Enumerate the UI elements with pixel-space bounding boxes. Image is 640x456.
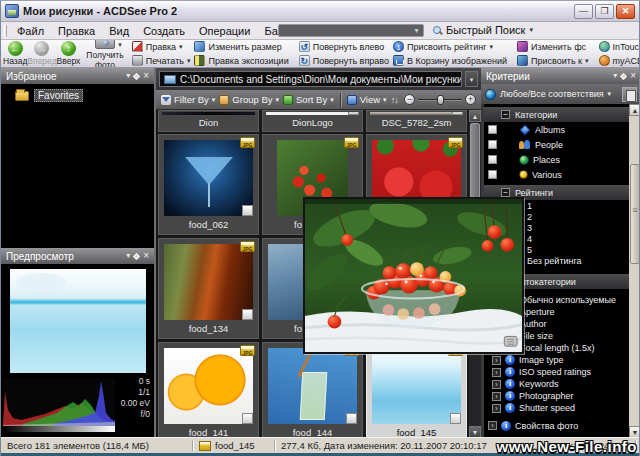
thumbnail-checkbox[interactable] — [346, 413, 357, 424]
title-bar[interactable]: Мои рисунки - ACDSee Pro 2 — ❐ ✕ — [1, 1, 639, 22]
thumbnail-dion[interactable]: Dion — [158, 110, 259, 132]
thumbnail-dionlogo[interactable]: DionLogo — [262, 110, 363, 132]
menu-operations[interactable]: Операции — [192, 23, 257, 39]
close-button[interactable]: ✕ — [616, 4, 635, 19]
search-input[interactable]: ▾ — [278, 24, 424, 37]
pin-icon[interactable] — [133, 252, 140, 259]
up-button[interactable]: ↑ Вверх — [57, 41, 81, 66]
thumbnail-checkbox[interactable] — [242, 413, 253, 424]
expand-icon[interactable]: › — [492, 356, 501, 365]
thumbnail-image[interactable] — [162, 112, 255, 115]
thumbnail-image[interactable] — [268, 348, 357, 424]
menu-view[interactable]: Вид — [102, 23, 136, 39]
quick-search-button[interactable]: Быстрый Поиск ▾ — [433, 24, 533, 36]
pin-icon[interactable] — [620, 72, 627, 79]
expand-icon[interactable]: › — [488, 421, 497, 430]
filter-by-button[interactable]: Filter By▾ — [161, 94, 215, 105]
expand-icon[interactable]: › — [492, 392, 501, 401]
menu-edit[interactable]: Правка — [51, 23, 102, 39]
image-popup-window[interactable] — [303, 197, 524, 354]
checkbox[interactable] — [488, 170, 497, 179]
zoom-slider-thumb[interactable] — [437, 95, 444, 105]
thumbnail-image[interactable] — [164, 140, 253, 216]
rotate-left-button[interactable]: ↺Повернуть влево — [299, 41, 389, 52]
chevron-down-icon[interactable]: ▾ — [126, 251, 130, 261]
thumbnail-image[interactable] — [370, 112, 463, 115]
scroll-thumb[interactable] — [630, 164, 640, 264]
thumbnail-checkbox[interactable] — [242, 309, 253, 320]
chevron-down-icon[interactable]: ▾ — [613, 71, 617, 81]
close-icon[interactable]: × — [630, 71, 636, 81]
rotate-right-button[interactable]: ↻Повернуть вправо — [299, 55, 389, 66]
collapse-icon[interactable]: − — [501, 188, 510, 197]
categories-section[interactable]: − Категории — [484, 107, 629, 122]
thumbnail-image[interactable] — [164, 348, 253, 424]
thumbnail-checkbox[interactable] — [452, 112, 463, 115]
category-albums[interactable]: Albums — [484, 122, 629, 137]
thumbnail-image[interactable] — [372, 348, 461, 424]
menu-create[interactable]: Создать — [136, 23, 192, 39]
print-button[interactable]: Печатать▾ — [132, 55, 191, 66]
back-button[interactable]: ← Назад — [3, 41, 27, 66]
path-input[interactable]: C:\Documents and Settings\Dion\Мои докум… — [159, 71, 462, 87]
maximize-button[interactable]: ❐ — [595, 4, 614, 19]
scroll-up-icon[interactable]: ▲ — [629, 104, 640, 116]
expand-icon[interactable]: › — [492, 368, 501, 377]
new-criteria-button[interactable] — [622, 87, 637, 102]
refresh-icon[interactable]: ↑↓ — [391, 95, 398, 105]
category-various[interactable]: Various — [484, 167, 629, 182]
assign-category-button[interactable]: Присвоить к▾ — [517, 55, 588, 66]
autocat-shutter-speed[interactable]: ›iShutter speed — [484, 402, 629, 414]
autocat-iso[interactable]: ›iISO speed ratings — [484, 366, 629, 378]
checkbox[interactable] — [488, 140, 497, 149]
expand-icon[interactable]: › — [492, 380, 501, 389]
match-mode-selector[interactable]: Любое/Все соответствия — [500, 89, 604, 99]
checkbox[interactable] — [488, 155, 497, 164]
chevron-down-icon[interactable]: ▾ — [118, 41, 122, 49]
sort-by-button[interactable]: Sort By▾ — [283, 94, 334, 105]
pin-icon[interactable] — [133, 72, 140, 79]
thumbnail-checkbox[interactable] — [242, 205, 253, 216]
image-basket-button[interactable]: В Корзину изображений — [393, 55, 507, 66]
preview-image[interactable] — [10, 269, 146, 373]
scroll-up-icon[interactable]: ▲ — [469, 110, 481, 122]
menu-file[interactable]: Файл — [10, 23, 51, 39]
minimize-button[interactable]: — — [574, 4, 593, 19]
chevron-down-icon[interactable]: ▾ — [126, 71, 130, 81]
myacd-button[interactable]: myACD — [599, 55, 639, 66]
autocat-keywords[interactable]: ›iKeywords — [484, 378, 629, 390]
autocat-photographer[interactable]: ›iPhotographer — [484, 390, 629, 402]
path-dropdown-button[interactable]: ▾ — [465, 71, 478, 87]
checkbox[interactable] — [488, 125, 497, 134]
thumbnail-food-144[interactable]: JPG food_144 — [262, 342, 363, 438]
resize-button[interactable]: Изменить размер — [194, 41, 288, 52]
expand-icon[interactable]: › — [492, 404, 501, 413]
search-dropdown-icon[interactable]: ▾ — [411, 25, 422, 36]
thumbnail-food-134[interactable]: JPG food_134 — [158, 238, 259, 339]
thumbnail-checkbox[interactable] — [348, 112, 359, 115]
zoom-in-button[interactable]: + — [465, 94, 476, 105]
thumbnail-image[interactable] — [266, 112, 359, 115]
category-people[interactable]: People — [484, 137, 629, 152]
thumbnail-checkbox[interactable] — [450, 413, 461, 424]
thumbnail-dsc-5782-2sm[interactable]: DSC_5782_2sm — [366, 110, 467, 132]
criteria-scrollbar[interactable]: ▲ ▼ — [629, 104, 640, 438]
autocat-image-type[interactable]: ›iImage type — [484, 354, 629, 366]
zoom-out-button[interactable]: − — [404, 94, 415, 105]
forward-button[interactable]: → Вперед — [27, 41, 56, 66]
view-button[interactable]: View▾ — [347, 94, 387, 105]
assign-rating-button[interactable]: 1Присвоить рейтинг▾ — [393, 41, 507, 52]
group-by-button[interactable]: Group By▾ — [219, 94, 279, 105]
zoom-slider[interactable] — [418, 99, 462, 101]
get-photos-button[interactable]: ▾ Получить фото — [86, 40, 123, 68]
favorites-folder-item[interactable]: Favorites — [1, 84, 154, 102]
thumbnail-food-062[interactable]: JPG food_062 — [158, 134, 259, 235]
criteria-panel-header[interactable]: Критерии ▾ × — [481, 68, 640, 84]
chevron-down-icon[interactable]: ▾ — [608, 90, 612, 98]
thumbnail-food-141[interactable]: JPG food_141 — [158, 342, 259, 438]
change-format-button[interactable]: Изменить фс — [517, 41, 588, 52]
close-icon[interactable]: × — [143, 71, 149, 81]
favorites-panel-header[interactable]: Избранное ▾ × — [1, 68, 154, 84]
thumbnail-food-145-selected[interactable]: JPG food_145 — [366, 342, 467, 438]
edit-button[interactable]: Правка▾ — [132, 41, 191, 52]
